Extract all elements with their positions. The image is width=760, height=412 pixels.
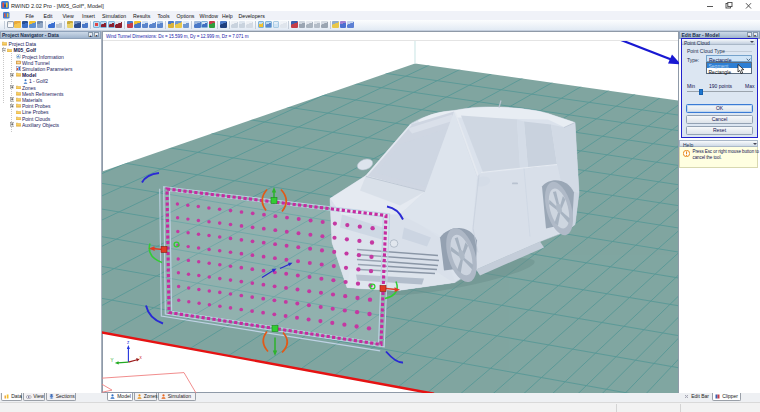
svg-text:z: z <box>127 340 130 345</box>
svg-text:x: x <box>140 355 143 360</box>
svg-text:Y: Y <box>111 358 114 363</box>
